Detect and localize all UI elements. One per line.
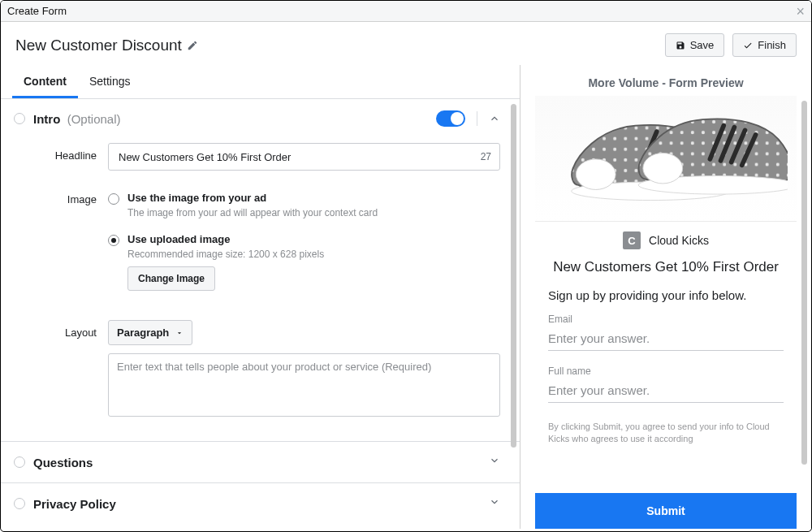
section-questions-radio[interactable]	[14, 456, 25, 468]
brand-row: C Cloud Kicks	[535, 222, 797, 254]
intro-toggle[interactable]	[436, 110, 465, 127]
brand-name: Cloud Kicks	[649, 234, 709, 247]
layout-textarea[interactable]	[108, 353, 500, 417]
preview-legal-text: By clicking Submit, you agree to send yo…	[535, 417, 797, 445]
preview-pane: More Volume - Form Preview	[520, 65, 811, 529]
chevron-up-icon[interactable]	[489, 113, 500, 124]
chevron-down-icon[interactable]	[489, 496, 500, 508]
section-intro-header[interactable]: Intro (Optional)	[1, 99, 520, 138]
header-row: New Customer Discount Save Finish	[1, 22, 811, 65]
section-questions[interactable]: Questions	[1, 441, 520, 482]
preview-title: More Volume - Form Preview	[520, 65, 811, 96]
preview-name-input[interactable]	[548, 378, 784, 403]
layout-dropdown-value: Paragraph	[117, 327, 169, 339]
layout-label: Layout	[38, 320, 97, 339]
preview-submit-button[interactable]: Submit	[535, 493, 797, 529]
layout-dropdown[interactable]: Paragraph	[108, 320, 192, 345]
chevron-down-icon[interactable]	[489, 455, 500, 466]
titlebar: Create Form ×	[1, 1, 811, 22]
shoe-illustration	[544, 97, 788, 219]
tab-content[interactable]: Content	[12, 65, 78, 98]
change-image-button[interactable]: Change Image	[127, 266, 215, 291]
preview-subtext: Sign up by providing your info below.	[535, 288, 797, 314]
save-button-label: Save	[690, 39, 715, 51]
finish-icon	[743, 41, 753, 50]
image-opt1-sub: The image from your ad will appear with …	[127, 207, 378, 218]
form-title[interactable]: New Customer Discount	[15, 37, 198, 54]
section-privacy-title: Privacy Policy	[33, 497, 116, 511]
preview-email-input[interactable]	[548, 327, 784, 351]
preview-scrollbar[interactable]	[801, 101, 807, 465]
preview-image	[535, 96, 797, 222]
section-privacy-radio[interactable]	[14, 498, 25, 509]
brand-avatar: C	[623, 231, 641, 249]
tabs: Content Settings	[1, 65, 520, 99]
headline-input-wrap[interactable]: 27	[108, 143, 500, 171]
caret-down-icon	[175, 329, 184, 337]
preview-headline: New Customers Get 10% First Order	[535, 254, 797, 288]
radio-selected-icon[interactable]	[108, 235, 119, 246]
finish-button-label: Finish	[758, 39, 786, 51]
dialog-create-form: Create Form × New Customer Discount Save…	[0, 0, 812, 532]
divider	[477, 111, 477, 126]
image-opt1-title: Use the image from your ad	[127, 192, 378, 204]
left-scrollbar[interactable]	[511, 99, 516, 529]
radio-unselected-icon[interactable]	[108, 193, 119, 205]
save-button[interactable]: Save	[665, 33, 725, 57]
section-intro-optional: (Optional)	[60, 112, 120, 126]
finish-button[interactable]: Finish	[732, 33, 797, 57]
image-option-ad[interactable]: Use the image from your ad The image fro…	[108, 187, 500, 223]
image-opt2-sub: Recommended image size: 1200 x 628 pixel…	[127, 249, 324, 260]
preview-email-label: Email	[535, 314, 797, 327]
section-questions-title: Questions	[33, 456, 93, 469]
close-icon[interactable]: ×	[796, 3, 805, 20]
preview-name-label: Full name	[535, 365, 797, 378]
headline-label: Headline	[38, 143, 97, 162]
section-intro-title: Intro	[33, 112, 60, 126]
edit-icon[interactable]	[187, 40, 198, 51]
svg-point-3	[576, 159, 615, 190]
image-option-upload[interactable]: Use uploaded image Recommended image siz…	[108, 228, 500, 296]
section-privacy[interactable]: Privacy Policy	[1, 482, 520, 524]
headline-counter: 27	[474, 151, 491, 162]
image-opt2-title: Use uploaded image	[127, 233, 324, 245]
window-title: Create Form	[7, 5, 67, 17]
left-pane: Content Settings Intro (Optional)	[1, 65, 520, 529]
preview-card: C Cloud Kicks New Customers Get 10% Firs…	[535, 96, 797, 529]
tab-settings[interactable]: Settings	[78, 65, 142, 98]
save-icon	[676, 41, 685, 50]
section-intro-radio[interactable]	[14, 113, 25, 124]
svg-point-5	[643, 153, 683, 184]
form-title-text: New Customer Discount	[15, 37, 182, 54]
image-label: Image	[38, 187, 97, 205]
headline-input[interactable]	[117, 150, 474, 164]
